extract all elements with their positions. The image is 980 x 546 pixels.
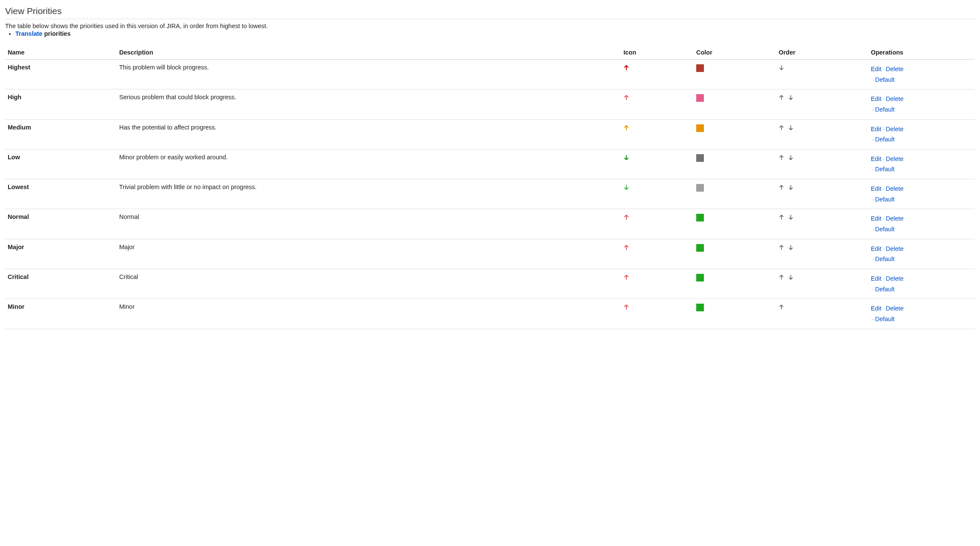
- delete-link[interactable]: Delete: [886, 95, 904, 102]
- col-header-order: Order: [776, 45, 868, 60]
- delete-link[interactable]: Delete: [886, 215, 904, 222]
- translate-bullet: Translate priorities: [15, 30, 975, 37]
- priority-description: Major: [117, 239, 621, 269]
- priority-color-cell: [694, 239, 776, 269]
- default-link[interactable]: Default: [875, 76, 895, 83]
- default-link[interactable]: Default: [875, 226, 895, 233]
- priority-color-cell: [694, 119, 776, 149]
- translate-link[interactable]: Translate: [15, 30, 43, 37]
- arrow-up-icon: [623, 274, 629, 280]
- edit-link[interactable]: Edit: [871, 126, 882, 132]
- separator: ·: [871, 106, 875, 113]
- delete-link[interactable]: Delete: [886, 126, 904, 132]
- edit-link[interactable]: Edit: [871, 95, 882, 102]
- default-link[interactable]: Default: [875, 136, 895, 143]
- default-link[interactable]: Default: [875, 106, 895, 113]
- move-up-button[interactable]: [778, 273, 784, 280]
- arrow-up-icon: [623, 214, 629, 220]
- priority-order-cell: [776, 149, 868, 179]
- priority-icon-cell: [621, 119, 694, 149]
- default-link[interactable]: Default: [875, 316, 895, 322]
- col-header-description: Description: [117, 45, 621, 60]
- priority-color-cell: [694, 269, 776, 299]
- move-down-button[interactable]: [778, 64, 784, 71]
- edit-link[interactable]: Edit: [871, 215, 882, 222]
- move-down-button[interactable]: [788, 124, 794, 131]
- priority-icon-cell: [621, 179, 694, 209]
- separator: ·: [882, 66, 886, 72]
- separator: ·: [882, 126, 886, 132]
- priority-color-cell: [694, 89, 776, 119]
- delete-link[interactable]: Delete: [886, 185, 904, 192]
- priority-icon-cell: [621, 269, 694, 299]
- delete-link[interactable]: Delete: [886, 275, 904, 282]
- col-header-color: Color: [694, 45, 776, 60]
- priority-operations-cell: Edit·Delete·Default: [868, 239, 975, 269]
- priority-description: This problem will block progress.: [117, 60, 621, 89]
- table-header-row: Name Description Icon Color Order Operat…: [5, 45, 975, 60]
- priority-name: Low: [5, 149, 117, 179]
- priority-name: Lowest: [5, 179, 117, 209]
- default-link[interactable]: Default: [875, 286, 895, 293]
- edit-link[interactable]: Edit: [871, 155, 882, 162]
- edit-link[interactable]: Edit: [871, 245, 882, 252]
- color-swatch: [696, 214, 704, 221]
- separator: ·: [882, 215, 886, 222]
- delete-link[interactable]: Delete: [886, 305, 904, 312]
- priority-color-cell: [694, 209, 776, 239]
- priority-name: Normal: [5, 209, 117, 239]
- separator: ·: [871, 196, 875, 203]
- table-row: HighestThis problem will block progress.…: [5, 60, 975, 89]
- table-row: LowMinor problem or easily worked around…: [5, 149, 975, 179]
- priority-operations-cell: Edit·Delete·Default: [868, 209, 975, 239]
- priority-icon-cell: [621, 209, 694, 239]
- priority-description: Critical: [117, 269, 621, 299]
- separator: ·: [871, 256, 875, 262]
- delete-link[interactable]: Delete: [886, 155, 904, 162]
- move-down-button[interactable]: [788, 273, 794, 280]
- priority-color-cell: [694, 60, 776, 89]
- move-down-button[interactable]: [788, 244, 794, 250]
- priority-operations-cell: Edit·Delete·Default: [868, 179, 975, 209]
- move-up-button[interactable]: [778, 184, 784, 190]
- color-swatch: [696, 184, 704, 192]
- default-link[interactable]: Default: [875, 166, 895, 172]
- default-link[interactable]: Default: [875, 196, 895, 203]
- move-up-button[interactable]: [778, 94, 784, 101]
- color-swatch: [696, 124, 704, 132]
- priority-color-cell: [694, 179, 776, 209]
- priority-operations-cell: Edit·Delete·Default: [868, 149, 975, 179]
- edit-link[interactable]: Edit: [871, 275, 882, 282]
- priority-icon-cell: [621, 60, 694, 89]
- priority-operations-cell: Edit·Delete·Default: [868, 269, 975, 299]
- color-swatch: [696, 274, 704, 282]
- move-up-button[interactable]: [778, 154, 784, 161]
- priority-color-cell: [694, 299, 776, 329]
- move-down-button[interactable]: [788, 154, 794, 161]
- separator: ·: [871, 166, 875, 172]
- default-link[interactable]: Default: [875, 256, 895, 262]
- move-down-button[interactable]: [788, 213, 794, 220]
- priority-order-cell: [776, 60, 868, 89]
- move-down-button[interactable]: [788, 184, 794, 190]
- color-swatch: [696, 154, 704, 162]
- table-row: MediumHas the potential to affect progre…: [5, 119, 975, 149]
- priority-order-cell: [776, 299, 868, 329]
- edit-link[interactable]: Edit: [871, 305, 882, 312]
- arrow-up-icon: [623, 244, 629, 250]
- priority-name: Highest: [5, 60, 117, 89]
- edit-link[interactable]: Edit: [871, 185, 882, 192]
- move-down-button[interactable]: [788, 94, 794, 101]
- edit-link[interactable]: Edit: [871, 66, 882, 72]
- move-up-button[interactable]: [778, 244, 784, 250]
- delete-link[interactable]: Delete: [886, 66, 904, 72]
- table-row: NormalNormal Edit·Delete·Default: [5, 209, 975, 239]
- separator: ·: [882, 305, 886, 312]
- priority-order-cell: [776, 239, 868, 269]
- separator: ·: [882, 155, 886, 162]
- move-up-button[interactable]: [778, 213, 784, 220]
- table-row: MinorMinor Edit·Delete·Default: [5, 299, 975, 329]
- move-up-button[interactable]: [778, 124, 784, 131]
- delete-link[interactable]: Delete: [886, 245, 904, 252]
- move-up-button[interactable]: [778, 303, 784, 310]
